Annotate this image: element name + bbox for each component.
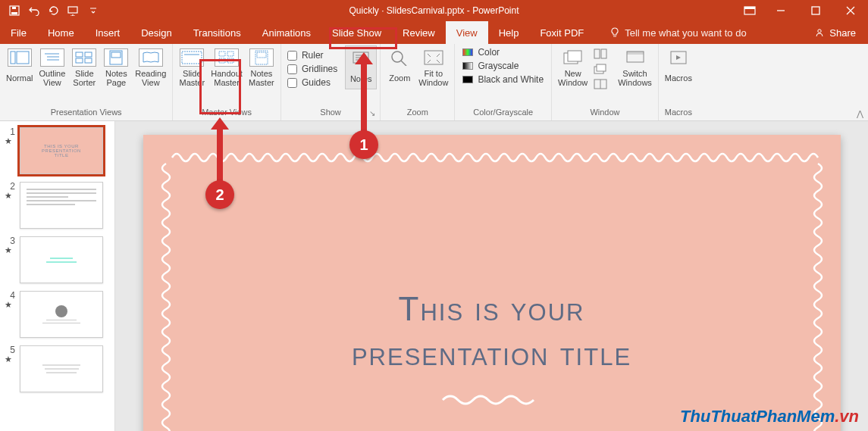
slide-sorter-button[interactable]: Slide Sorter [68, 45, 100, 88]
handout-master-button[interactable]: Handout Master [208, 45, 246, 88]
slide-title: This is your presentation title [352, 286, 631, 376]
grayscale-button[interactable]: Grayscale [462, 61, 544, 71]
tab-animations[interactable]: Animations [252, 21, 321, 44]
reading-view-button[interactable]: Reading View [132, 45, 169, 88]
svg-rect-24 [219, 52, 225, 56]
group-label: Presentation Views [3, 107, 169, 120]
group-presentation-views: Normal Outline View Slide Sorter Notes P… [0, 44, 173, 120]
svg-rect-26 [219, 58, 225, 63]
svg-point-10 [818, 30, 821, 33]
thumbnail-4[interactable]: 4★ [5, 291, 110, 338]
svg-marker-48 [676, 55, 681, 60]
ruler-checkbox[interactable]: Ruler [287, 50, 337, 61]
group-macros: Macros Macros [659, 44, 698, 120]
collapse-ribbon-icon[interactable]: ⋀ [857, 109, 863, 119]
tab-home[interactable]: Home [37, 21, 85, 44]
maximize-icon[interactable] [798, 0, 833, 21]
guides-checkbox[interactable]: Guides [287, 77, 337, 88]
ribbon-tabs: File Home Insert Design Transitions Anim… [0, 21, 868, 44]
svg-rect-27 [227, 58, 233, 63]
svg-rect-11 [11, 52, 15, 64]
fit-to-window-button[interactable]: Fit to Window [415, 45, 451, 88]
tab-file[interactable]: File [0, 21, 37, 44]
slide[interactable]: This is your presentation title [143, 135, 841, 431]
annotation-circle-1: 1 [349, 130, 378, 159]
slide-thumbnails-panel: 1★ THIS IS YOURPRESENTATION TITLE 2★ 3★ … [0, 121, 115, 431]
redo-icon[interactable] [44, 2, 64, 20]
workspace: 1★ THIS IS YOURPRESENTATION TITLE 2★ 3★ … [0, 121, 868, 431]
svg-rect-39 [594, 49, 600, 58]
annotation-circle-2: 2 [205, 180, 234, 209]
svg-rect-3 [68, 7, 77, 13]
group-zoom: Zoom Fit to Window Zoom [381, 44, 455, 120]
svg-rect-16 [76, 52, 83, 57]
thumbnail-3[interactable]: 3★ [5, 236, 110, 283]
notes-page-button[interactable]: Notes Page [100, 45, 132, 88]
group-color-grayscale: Color Grayscale Black and White Color/Gr… [455, 44, 552, 120]
svg-point-34 [392, 52, 403, 62]
window-controls [736, 0, 868, 21]
undo-icon[interactable] [24, 2, 44, 20]
share-button[interactable]: Share [802, 21, 868, 44]
annotation-arrow-1-head [355, 52, 373, 64]
notes-master-button[interactable]: Notes Master [246, 45, 277, 88]
tab-insert[interactable]: Insert [85, 21, 131, 44]
zoom-button[interactable]: Zoom [384, 45, 415, 88]
svg-rect-42 [597, 64, 606, 71]
svg-rect-21 [111, 52, 121, 58]
tab-view[interactable]: View [446, 21, 488, 44]
cascade-button[interactable] [594, 64, 607, 74]
normal-view-button[interactable]: Normal [3, 45, 36, 88]
save-icon[interactable] [5, 2, 24, 20]
annotation-arrow-2-head [211, 117, 229, 130]
svg-rect-2 [12, 7, 16, 9]
svg-rect-7 [812, 7, 819, 14]
group-master-views: Slide Master Handout Master Notes Master… [173, 44, 281, 120]
tab-foxit-pdf[interactable]: Foxit PDF [529, 21, 594, 44]
svg-rect-18 [76, 58, 83, 63]
tab-slide-show[interactable]: Slide Show [321, 21, 392, 44]
ribbon: Normal Outline View Slide Sorter Notes P… [0, 44, 868, 121]
svg-rect-46 [627, 52, 644, 55]
tab-help[interactable]: Help [488, 21, 530, 44]
share-icon [814, 27, 825, 38]
tab-review[interactable]: Review [392, 21, 446, 44]
ribbon-display-options-icon[interactable] [736, 0, 763, 21]
group-label: Macros [662, 107, 695, 120]
share-label: Share [829, 27, 856, 39]
thumbnail-2[interactable]: 2★ [5, 182, 110, 229]
color-button[interactable]: Color [462, 47, 544, 58]
arrange-all-button[interactable] [594, 48, 607, 59]
svg-rect-25 [227, 52, 233, 56]
tell-me[interactable]: Tell me what you want to do [599, 21, 757, 44]
group-label: Window [555, 107, 655, 120]
move-split-icon [594, 79, 607, 89]
thumbnail-1[interactable]: 1★ THIS IS YOURPRESENTATION TITLE [5, 127, 110, 174]
svg-rect-29 [257, 52, 266, 58]
start-from-beginning-icon[interactable] [64, 2, 83, 20]
minimize-icon[interactable] [763, 0, 798, 21]
macros-button[interactable]: Macros [662, 45, 695, 88]
gridlines-checkbox[interactable]: Gridlines [287, 64, 337, 74]
svg-rect-19 [85, 58, 92, 63]
svg-rect-40 [601, 49, 606, 58]
move-split-button[interactable] [594, 79, 607, 89]
new-window-button[interactable]: New Window [555, 45, 591, 88]
svg-rect-17 [85, 52, 92, 57]
switch-windows-button[interactable]: Switch Windows [615, 45, 655, 88]
black-and-white-button[interactable]: Black and White [462, 74, 544, 85]
outline-view-button[interactable]: Outline View [36, 45, 68, 88]
slide-canvas-area: This is your presentation title [115, 121, 868, 431]
close-icon[interactable] [833, 0, 868, 21]
wave-decoration [439, 392, 545, 408]
tab-transitions[interactable]: Transitions [183, 21, 252, 44]
svg-rect-1 [11, 12, 17, 14]
dialog-launcher-icon[interactable]: ↘ [369, 108, 375, 119]
slide-master-button[interactable]: Slide Master [176, 45, 208, 88]
svg-rect-5 [744, 7, 755, 9]
qat-customize-icon[interactable] [83, 2, 103, 20]
tab-design[interactable]: Design [130, 21, 182, 44]
arrange-all-icon [594, 48, 607, 59]
thumbnail-5[interactable]: 5★ [5, 345, 110, 392]
annotation-arrow-2-shaft [217, 127, 223, 182]
